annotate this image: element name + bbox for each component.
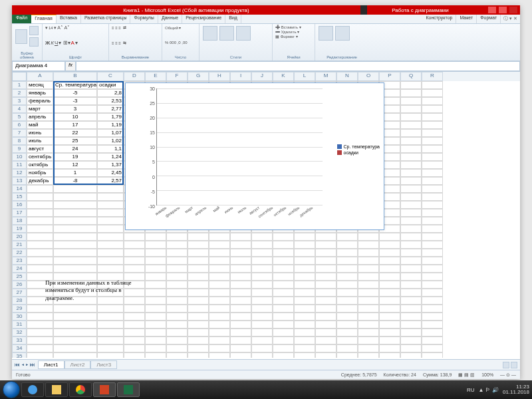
cell[interactable] xyxy=(422,257,443,265)
cell[interactable]: осадки xyxy=(97,81,124,89)
taskbar-explorer[interactable] xyxy=(45,382,68,397)
cell[interactable] xyxy=(124,265,145,273)
cell[interactable] xyxy=(188,305,209,313)
cell[interactable] xyxy=(230,352,251,358)
cell[interactable] xyxy=(27,217,53,225)
cell[interactable] xyxy=(97,321,124,329)
cell[interactable] xyxy=(294,265,315,273)
sheet-tab-2[interactable]: Лист2 xyxy=(65,360,91,369)
sheet-tab-1[interactable]: Лист1 xyxy=(38,360,65,369)
cell[interactable]: 2,53 xyxy=(97,97,124,105)
cell[interactable] xyxy=(27,201,53,209)
col-C[interactable]: C xyxy=(97,72,124,81)
cell[interactable] xyxy=(422,129,443,137)
cell[interactable] xyxy=(379,265,400,273)
cell[interactable] xyxy=(422,161,443,169)
cell[interactable]: ноябрь xyxy=(27,169,53,177)
cell[interactable] xyxy=(358,241,379,249)
row-header[interactable]: 5 xyxy=(12,113,27,121)
cell[interactable] xyxy=(315,249,336,257)
cell[interactable] xyxy=(230,305,251,313)
cell[interactable] xyxy=(379,352,400,358)
cell[interactable] xyxy=(166,273,188,281)
cell[interactable] xyxy=(422,241,443,249)
col-E[interactable]: E xyxy=(145,72,166,81)
cell[interactable] xyxy=(336,273,358,281)
cell[interactable] xyxy=(400,177,422,185)
cell[interactable] xyxy=(422,113,443,121)
cell[interactable] xyxy=(422,273,443,281)
cell[interactable] xyxy=(53,336,97,344)
cell[interactable] xyxy=(315,289,336,297)
cell[interactable] xyxy=(166,313,188,321)
cell[interactable] xyxy=(124,329,145,336)
cell[interactable] xyxy=(422,249,443,257)
cell[interactable] xyxy=(97,225,124,233)
cell[interactable] xyxy=(145,329,166,336)
cell[interactable]: 1,24 xyxy=(97,153,124,161)
row-header[interactable]: 1 xyxy=(12,81,27,89)
cell[interactable] xyxy=(97,344,124,352)
cell[interactable] xyxy=(273,257,294,265)
cell[interactable] xyxy=(230,249,251,257)
cell[interactable] xyxy=(379,281,400,289)
cell[interactable] xyxy=(53,313,97,321)
cell[interactable] xyxy=(27,209,53,217)
cell[interactable] xyxy=(358,352,379,358)
col-H[interactable]: H xyxy=(209,72,230,81)
cell[interactable] xyxy=(188,313,209,321)
cell[interactable] xyxy=(379,336,400,344)
taskbar-ie[interactable] xyxy=(21,382,44,397)
cell[interactable] xyxy=(145,336,166,344)
cell[interactable] xyxy=(336,344,358,352)
paste-icon[interactable] xyxy=(15,29,27,44)
cell[interactable] xyxy=(53,344,97,352)
copy-icon[interactable] xyxy=(29,37,39,47)
cell[interactable] xyxy=(336,233,358,241)
cell[interactable] xyxy=(27,352,53,358)
cell[interactable] xyxy=(336,289,358,297)
cell[interactable] xyxy=(53,305,97,313)
cell[interactable] xyxy=(53,209,97,217)
cell[interactable] xyxy=(336,329,358,336)
row-header[interactable]: 21 xyxy=(12,241,27,249)
cell[interactable] xyxy=(166,297,188,305)
taskbar-powerpoint[interactable] xyxy=(93,382,116,397)
cut-icon[interactable] xyxy=(29,26,39,35)
cell[interactable] xyxy=(166,233,188,241)
col-F[interactable]: F xyxy=(166,72,188,81)
cell[interactable] xyxy=(336,257,358,265)
cell[interactable] xyxy=(358,233,379,241)
tab-insert[interactable]: Вставка xyxy=(57,15,81,23)
cell[interactable] xyxy=(379,321,400,329)
cell[interactable] xyxy=(336,352,358,358)
cell[interactable] xyxy=(422,305,443,313)
name-box[interactable]: Диаграмма 4 xyxy=(12,61,65,71)
cell[interactable] xyxy=(209,344,230,352)
worksheet[interactable]: A B C D E F G H I J K L M N O P Q R 1мес… xyxy=(12,72,520,358)
cell[interactable] xyxy=(400,273,422,281)
col-D[interactable]: D xyxy=(124,72,145,81)
cell[interactable] xyxy=(230,313,251,321)
col-G[interactable]: G xyxy=(188,72,209,81)
cell[interactable] xyxy=(27,305,53,313)
cell[interactable] xyxy=(400,121,422,129)
col-I[interactable]: I xyxy=(230,72,251,81)
row-header[interactable]: 35 xyxy=(12,352,27,358)
cell[interactable] xyxy=(97,241,124,249)
cell[interactable] xyxy=(422,321,443,329)
row-header[interactable]: 33 xyxy=(12,336,27,344)
cell[interactable] xyxy=(273,289,294,297)
cell[interactable] xyxy=(188,352,209,358)
cell[interactable] xyxy=(294,233,315,241)
cell[interactable] xyxy=(209,289,230,297)
cell[interactable] xyxy=(27,336,53,344)
maximize-button[interactable] xyxy=(499,7,507,13)
cell[interactable] xyxy=(53,233,97,241)
row-header[interactable]: 28 xyxy=(12,297,27,305)
cell[interactable] xyxy=(315,344,336,352)
cell[interactable] xyxy=(422,81,443,89)
cell[interactable]: август xyxy=(27,145,53,153)
cell[interactable] xyxy=(358,249,379,257)
start-button[interactable] xyxy=(3,381,20,398)
